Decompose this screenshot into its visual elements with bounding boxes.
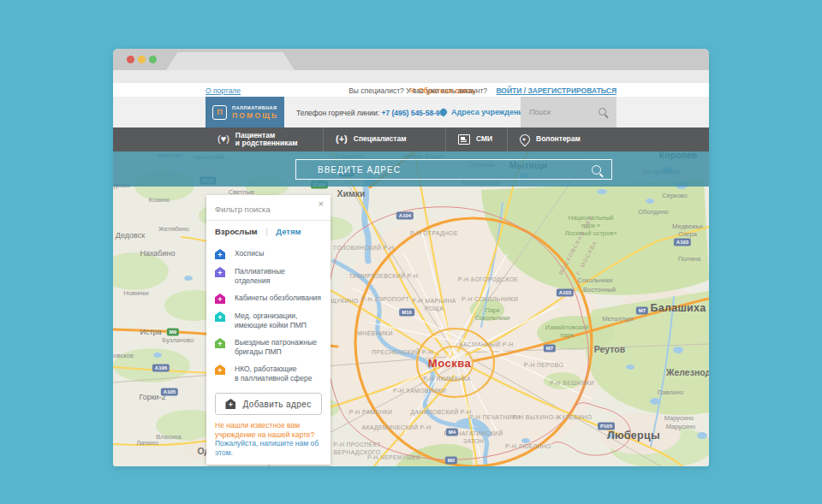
map-label: Нахабино <box>140 249 175 258</box>
hands-heart-icon <box>217 135 229 145</box>
map-label: Р-Н ПРОСПЕКТ ВЕРНАДСКОГО <box>333 442 380 456</box>
login-register-link[interactable]: ВОЙТИ / ЗАРЕГИСТРИРОВАТЬСЯ <box>496 86 616 95</box>
map-label: Серково <box>662 192 687 199</box>
browser-addressbar[interactable] <box>113 70 709 83</box>
search-icon[interactable] <box>599 108 606 116</box>
map-label: Р-Н ПЕРОВО <box>524 362 563 370</box>
map-label: Р-Н ЯКИМАНКА <box>423 376 471 383</box>
note-question-text: Не нашли известное вам учреждение на наш… <box>215 421 314 439</box>
map-label: Р-Н ПЕЧАТНИКИ <box>469 414 521 422</box>
map-label: Химки <box>337 188 366 199</box>
map-pin-icon <box>438 107 448 116</box>
road-badge: А106 <box>152 365 170 372</box>
map-label: ГОЛОВИНСКИЙ Р-Н <box>334 245 395 252</box>
header-search-placeholder: Поиск <box>529 108 551 116</box>
browser-titlebar <box>113 49 709 70</box>
filter-note: Не нашли известное вам учреждение на наш… <box>215 421 322 457</box>
house-icon <box>215 338 225 348</box>
filter-panel: Фильтр поиска × Взрослым | Детям Хосписы <box>206 195 331 465</box>
map-label: Сокольники <box>577 276 612 284</box>
address-search-icon[interactable] <box>592 165 601 175</box>
filter-item-palliative-departments[interactable]: Паллиативные отделения <box>206 263 331 289</box>
add-address-button[interactable]: Добавить адрес <box>215 393 322 415</box>
close-icon[interactable]: × <box>319 199 324 209</box>
road-badge: М7 <box>636 307 648 315</box>
browser-window: О портале ✉Обратная связь Вы специалист?… <box>113 49 709 466</box>
logo-house-icon: П <box>212 105 227 120</box>
map-label: Р-Н СОКОЛЬНИКИ <box>462 296 518 304</box>
map-canvas[interactable]: БреховосанаторийСтарвильНовые ВешкиСгонн… <box>113 151 709 466</box>
map-label: Р-Н БОГОРОДСКОЕ <box>458 276 519 284</box>
road-badge: М4 <box>446 429 458 436</box>
minimize-window-button[interactable] <box>138 56 146 63</box>
road-badge: Р105 <box>598 423 615 430</box>
map-label: Власиха <box>156 433 181 441</box>
map-label: Балашиха <box>650 302 706 314</box>
main-navigation: Пациентам и родственникам Специалистам С… <box>113 127 709 151</box>
tab-children[interactable]: Детям <box>276 227 301 236</box>
map-label: Оболдино <box>638 208 668 216</box>
about-portal-link[interactable]: О портале <box>206 86 241 95</box>
filter-item-hospices[interactable]: Хосписы <box>206 245 331 263</box>
hands-cross-icon <box>336 135 348 145</box>
map-label: Козино <box>149 196 170 204</box>
road-badge: М2 <box>445 457 457 465</box>
filter-item-ngo[interactable]: НКО, работающие в паллиативной сфере <box>206 360 331 387</box>
map-label: Павлино <box>658 388 683 396</box>
nav-item-patients[interactable]: Пациентам и родственникам <box>206 127 324 151</box>
map-label: Желябино <box>158 225 189 233</box>
map-label: Р-Н ХАМОВНИКИ <box>393 388 446 395</box>
map-label: Люберцы <box>607 430 660 442</box>
road-badge: А105 <box>161 388 178 396</box>
filter-panel-title: Фильтр поиска <box>215 205 271 214</box>
specialist-question-text: Вы специалист? У вас уже есть аккаунт? <box>348 86 487 95</box>
header-search-input[interactable]: Поиск <box>521 97 616 127</box>
house-icon <box>215 294 225 304</box>
filter-item-pain-clinics[interactable]: Кабинеты обезболивания <box>206 289 331 307</box>
nav-item-volunteers[interactable]: Волонтерам <box>508 127 616 151</box>
map-label: Р-Н ЧЕРЕМУШКИ <box>367 454 420 462</box>
maximize-window-button[interactable] <box>149 56 157 63</box>
address-search-placeholder: ВВЕДИТЕ АДРЕС <box>318 165 401 175</box>
road-badge: А104 <box>396 212 414 220</box>
filter-item-med-organizations[interactable]: Мед. организации, имеющие койки ПМП <box>206 307 331 334</box>
site-logo[interactable]: П ПАЛЛИАТИВНАЯ ПОМОЩЬ <box>206 97 284 127</box>
hotline-phone: +7 (495) 545-58-95 <box>381 109 444 117</box>
house-icon <box>215 365 225 375</box>
map-label: Р-Н ЛЮБЛИНО <box>505 443 551 451</box>
house-icon <box>225 399 235 409</box>
site-utility-bar: О портале ✉Обратная связь Вы специалист?… <box>113 83 709 97</box>
map-label: Восточный <box>583 286 616 294</box>
map-label: Марусино <box>664 414 694 422</box>
map-label: ДАНИЛОВСКИЙ Р-Н <box>410 409 471 417</box>
map-label: Измайловский парк <box>545 323 588 339</box>
house-icon <box>215 311 225 322</box>
map-label: АКАДЕМИЧЕСКИЙ Р-Н <box>361 424 431 432</box>
nav-item-media[interactable]: СМИ <box>446 127 508 151</box>
map-label: Р-Н ВЫХИНО-ЖУЛЕБИНО <box>513 414 593 422</box>
tab-adults[interactable]: Взрослым <box>215 227 258 236</box>
nav-item-specialists[interactable]: Специалистам <box>324 127 446 151</box>
address-search-input[interactable]: ВВЕДИТЕ АДРЕС <box>295 159 612 180</box>
road-badge: М7 <box>544 345 556 353</box>
map-label: Парк Сокольники <box>474 306 509 322</box>
map-label: ТИМИРЯЗЕВСКИЙ Р-Н <box>349 273 419 281</box>
map-label: Поляна <box>678 255 700 263</box>
tab-divider: | <box>265 227 267 236</box>
desktop-background: О портале ✉Обратная связь Вы специалист?… <box>0 0 822 504</box>
map-label: МНЁВНИКИ <box>357 330 392 338</box>
map-label: Р-Н РАМЕНКИ <box>349 409 393 417</box>
filter-item-mobile-teams[interactable]: Выездные патронажные бригады ПМП <box>206 334 331 360</box>
close-window-button[interactable] <box>127 56 134 63</box>
map-label: Р-Н ОТРАДНОЕ <box>410 230 458 238</box>
road-badge: А103 <box>557 289 574 297</box>
house-icon <box>215 249 225 259</box>
map-label: Истра <box>140 328 161 336</box>
write-to-us-link[interactable]: Пожалуйста, напишите нам об этом. <box>215 439 319 457</box>
map-label: МОСКОВСКАЯ ОБЛ. <box>557 212 595 276</box>
map-label: Дедовск <box>116 231 145 240</box>
browser-tab[interactable] <box>166 52 295 70</box>
map-label: Р-Н ВЕШНЯКИ <box>550 380 594 388</box>
addresses-link[interactable]: Адреса учреждений <box>440 108 527 116</box>
pin-heart-icon <box>518 133 533 147</box>
